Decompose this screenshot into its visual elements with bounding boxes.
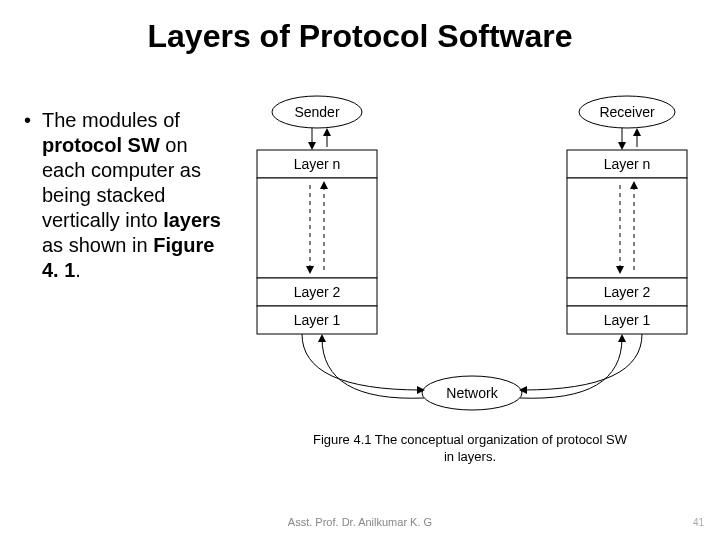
receiver-label: Receiver [599,104,655,120]
bullet-pre: The modules of [42,109,180,131]
svg-marker-5 [323,128,331,136]
figure-caption: Figure 4.1 The conceptual organization o… [240,432,700,466]
left-layer-2: Layer 2 [294,284,341,300]
footer-author: Asst. Prof. Dr. Anilkumar K. G [0,516,720,528]
page-number: 41 [693,517,704,528]
bullet-text: • The modules of protocol SW on each com… [24,108,224,283]
svg-marker-30 [618,334,626,342]
sender-label: Sender [294,104,339,120]
right-layer-n: Layer n [604,156,651,172]
caption-line2: in layers. [240,449,700,466]
right-layer-1: Layer 1 [604,312,651,328]
svg-rect-11 [257,178,377,278]
svg-marker-9 [633,128,641,136]
svg-marker-3 [308,142,316,150]
bullet-content: The modules of protocol SW on each compu… [42,108,224,283]
right-layer-2: Layer 2 [604,284,651,300]
left-layer-n: Layer n [294,156,341,172]
slide-title: Layers of Protocol Software [0,0,720,55]
network-label: Network [446,385,498,401]
bullet-bold-protocol: protocol SW [42,134,160,156]
layers-diagram: Sender Receiver Layer n Layer 2 Layer 1 … [232,90,702,460]
svg-marker-28 [318,334,326,342]
left-layer-1: Layer 1 [294,312,341,328]
svg-marker-7 [618,142,626,150]
svg-rect-19 [567,178,687,278]
bullet-marker: • [24,108,31,133]
bullet-bold-layers: layers [163,209,221,231]
bullet-end: . [75,259,81,281]
bullet-mid2: as shown in [42,234,153,256]
caption-line1: Figure 4.1 The conceptual organization o… [240,432,700,449]
